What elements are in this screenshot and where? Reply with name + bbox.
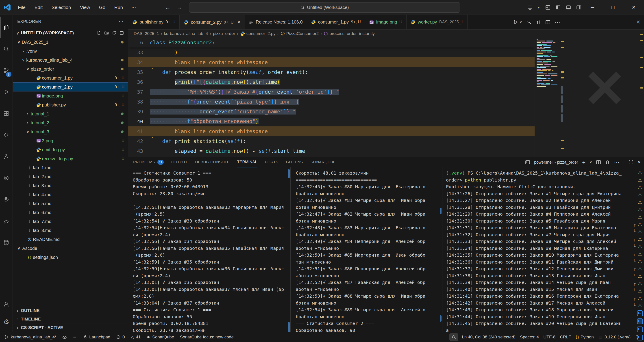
run-below-icon[interactable] (526, 20, 532, 25)
toggle-panel-icon[interactable] (566, 5, 571, 10)
tab-worker.py[interactable]: worker.pyDAS_2025_1 (406, 15, 468, 29)
panel-tab-problems[interactable]: PROBLEMS41 (133, 157, 164, 167)
activitybar-gitlens[interactable] (0, 167, 13, 189)
menu-selection[interactable]: Selection (48, 3, 74, 11)
minimap[interactable] (534, 38, 559, 157)
tree-item-lab_2.md[interactable]: ↓lab_2.md (13, 172, 128, 181)
split-terminal-icon[interactable] (596, 160, 601, 165)
tree-item-consumer_1.py[interactable]: consumer_1.py9+, U (13, 73, 128, 82)
toggle-sidebar-icon[interactable] (556, 5, 560, 10)
activitybar-source-control[interactable]: 5 (0, 60, 13, 81)
tree-item-lab_4.md[interactable]: ↓lab_4.md (13, 190, 128, 199)
activitybar-extensions[interactable] (0, 103, 13, 124)
panel-tab-sonarqube[interactable]: SONARQUBE (310, 157, 336, 167)
new-terminal-icon[interactable]: + (582, 159, 586, 166)
menu-file[interactable]: File (14, 3, 29, 11)
code-line-41[interactable]: 41~blank line contains whitespace (128, 126, 534, 136)
code-line-43[interactable]: 43 elapsed = datetime.now() - self.start… (128, 146, 534, 156)
section-timeline[interactable]: ›TIMELINE (13, 315, 128, 323)
open-changes-icon[interactable] (536, 20, 541, 25)
code-line-37[interactable]: 37············'%H:%M:%S')}]√ Заказ #{ord… (128, 87, 534, 97)
tab-consumer_2.py[interactable]: consumer_2.py9+, U✕ (180, 15, 245, 29)
maximize-button[interactable]: □ (603, 0, 623, 15)
overview-ruler[interactable] (559, 38, 565, 157)
close-button[interactable]: ✕ (623, 0, 644, 15)
customize-layout-icon[interactable] (545, 5, 550, 10)
activitybar-docker[interactable] (0, 189, 13, 210)
tree-item-lab_5.md[interactable]: ↓lab_5.md (13, 199, 128, 208)
code-line-36[interactable]: 36 print(f"[{datetime.now().strftime( (128, 77, 534, 87)
code-line-38[interactable]: 38············f"{order_event['pizza_type… (128, 97, 534, 107)
activitybar-run-debug[interactable] (0, 81, 13, 103)
tree-item-tutorial_2[interactable]: ›tutorial_2 (13, 118, 128, 127)
tree-item-lab_1.md[interactable]: ↓lab_1.md (13, 163, 128, 172)
panel-tab-output[interactable]: OUTPUT (171, 157, 188, 167)
status-launchpad[interactable]: Launchpad (81, 332, 112, 342)
menu-view[interactable]: View (76, 3, 94, 11)
status-warning-count[interactable]: △41 (128, 332, 143, 342)
status-publish-changes[interactable] (60, 332, 69, 342)
terminal-command-decoration[interactable] (637, 327, 643, 332)
status-git-branch[interactable]: kurbanova_alina_lab_4* (2, 332, 59, 342)
section-outline[interactable]: ›OUTLINE (13, 306, 128, 315)
tree-item-README.md[interactable]: README.md (13, 235, 128, 244)
breadcrumb-item-consumer_2.py[interactable]: consumer_2.py (240, 31, 276, 36)
menu-run[interactable]: Run (111, 3, 127, 11)
terminal-scrollbar[interactable] (288, 169, 290, 178)
panel-tab-ports[interactable]: PORTS (265, 157, 278, 167)
code-line-42[interactable]: 42 def print_statistics(self): (128, 136, 534, 146)
breadcrumb-item-kurbanova_alina_lab_4[interactable]: kurbanova_alina_lab_4 (164, 31, 208, 36)
terminal-command-decoration[interactable] (637, 319, 643, 324)
close-tab-icon[interactable]: ✕ (237, 20, 241, 25)
tree-item-publisher.py[interactable]: publisher.py9+, U (13, 100, 128, 109)
activitybar-search[interactable] (0, 38, 13, 60)
code-line-39[interactable]: 39················order_event['customer_… (128, 107, 534, 117)
tab-publisher.py[interactable]: publisher.py9+, U (128, 15, 180, 29)
new-file-icon[interactable] (97, 31, 101, 35)
close-panel-icon[interactable]: ✕ (638, 160, 641, 165)
new-folder-icon[interactable] (104, 31, 109, 35)
tree-item-lab_8.md[interactable]: ↓lab_8.md (13, 226, 128, 235)
workspace-root[interactable]: ∨ UNTITLED (WORKSPACE) (13, 28, 128, 38)
tree-item-lab_6.md[interactable]: ↓lab_6.md (13, 208, 128, 217)
collapse-all-icon[interactable] (120, 31, 124, 35)
run-file-icon[interactable] (513, 19, 518, 25)
code-line-33[interactable]: 33 ) (128, 47, 534, 57)
section-cs-script-active[interactable]: ›CS-SCRIPT - ACTIVE (13, 323, 128, 332)
breadcrumb-item-DAS_2025_1[interactable]: DAS_2025_1 (134, 31, 159, 36)
status-sonarqube-status[interactable]: SonarQube (144, 332, 176, 342)
status-encoding[interactable]: UTF-8 (541, 332, 558, 342)
back-arrow-icon[interactable]: ← (165, 4, 171, 11)
status-error-count[interactable]: 0 (114, 332, 127, 342)
menu-go[interactable]: Go (96, 3, 109, 11)
activitybar-settings[interactable]: ⚙ (0, 313, 13, 330)
tree-item-tutorial_1[interactable]: ›tutorial_1 (13, 109, 128, 118)
more-actions-icon[interactable]: ⋯ (614, 159, 619, 165)
explorer-more-icon[interactable]: ⋯ (118, 18, 124, 24)
panel-tab-gitlens[interactable]: GITLENS (286, 157, 303, 167)
menu-more[interactable]: ⋯ (128, 3, 139, 11)
terminal-pane-consumer1[interactable]: === Статистика Consumer 1 ===Обработано … (128, 167, 290, 332)
activitybar-remote-explorer[interactable] (0, 124, 13, 146)
tab-image.png[interactable]: image.pngU (365, 15, 406, 29)
forward-arrow-icon[interactable]: → (176, 4, 182, 11)
activitybar-explorer[interactable] (0, 16, 13, 38)
tree-item-lab_3.md[interactable]: ↓lab_3.md (13, 181, 128, 190)
tree-item-lab_7.md[interactable]: ↓lab_7.md (13, 217, 128, 226)
workspace-search[interactable]: Untitled (Workspace) (189, 2, 460, 12)
panel-tab-terminal[interactable]: TERMINAL (237, 157, 257, 167)
activitybar-database[interactable] (0, 232, 13, 253)
minimize-button[interactable]: ─ (582, 0, 603, 15)
maximize-panel-icon[interactable] (628, 160, 634, 165)
tree-item-consumer_2.py[interactable]: consumer_2.py9+, U (13, 82, 128, 91)
toggle-secondary-sidebar-icon[interactable] (576, 5, 581, 10)
split-editor-icon[interactable] (545, 20, 550, 25)
status-python-interpreter[interactable]: 3.12.6 (.venv) (596, 332, 633, 342)
more-actions-icon[interactable]: ⋯ (555, 19, 560, 25)
status-zoom-indicator[interactable] (449, 333, 458, 341)
chevron-down-icon[interactable]: ∨ (590, 160, 592, 164)
menu-edit[interactable]: Edit (31, 3, 46, 11)
code-line-34[interactable]: 34~blank line contains whitespace (128, 57, 534, 67)
tree-item-image.png[interactable]: image.pngU (13, 91, 128, 100)
breadcrumb-item-PizzaConsumer2[interactable]: PizzaConsumer2 (280, 31, 319, 36)
